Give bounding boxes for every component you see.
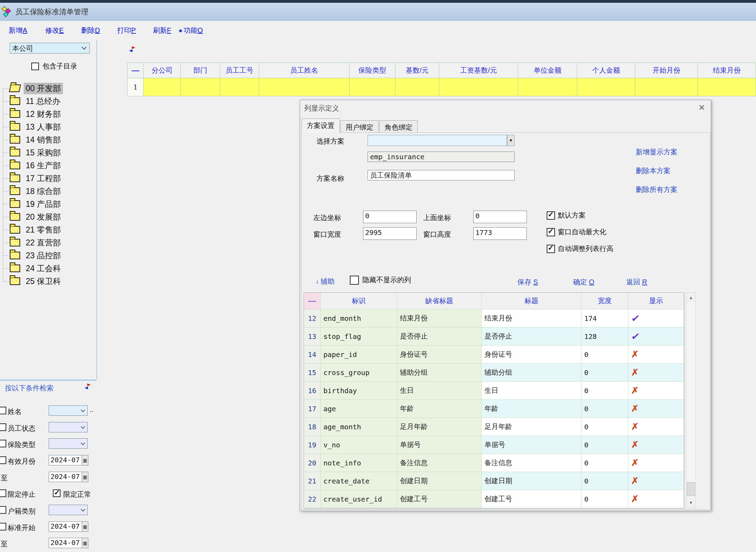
close-icon[interactable]: ✕ [698,103,705,113]
toolbar-button-P[interactable]: 打印P [117,26,136,35]
search-combo-6[interactable] [49,505,88,515]
column-identifier[interactable]: end_month [321,309,397,327]
search-checkbox-1[interactable] [0,423,6,431]
title[interactable]: 单据号 [482,436,581,454]
grid-column-header[interactable]: 基数/元 [395,63,439,78]
visible-flag[interactable]: ✓ [628,309,684,327]
column-identifier[interactable]: paper_id [321,346,397,364]
tree-item-14[interactable]: 14 销售部 [3,134,63,146]
sync-columns-icon[interactable] [129,46,136,52]
toolbar-button-A[interactable]: 新增A [9,26,27,35]
tree-item-17[interactable]: 17 工程部 [3,172,63,184]
include-subdir-checkbox[interactable] [31,63,39,70]
visible-flag[interactable]: ✗ [628,436,684,454]
column-def-row[interactable]: 21create_date创建日期创建日期0✗ [304,472,684,490]
tree-item-20[interactable]: 20 发展部 [3,211,63,223]
column-def-row[interactable]: 22create_user_id创建工号创建工号0✗ [304,490,684,508]
dialog-column-header[interactable]: 缺省标题 [397,293,482,309]
grid-cell-1[interactable] [144,78,181,96]
scrollbar-thumb[interactable] [687,482,695,496]
visible-flag[interactable]: ✗ [628,346,684,364]
grid-marker-header[interactable]: — [127,63,144,78]
row-number[interactable]: 17 [304,400,321,418]
visible-flag[interactable]: ✗ [628,472,684,490]
width[interactable]: 0 [581,418,628,436]
calendar-icon[interactable]: ▦ [82,538,88,548]
search-checkbox-2[interactable] [0,440,6,447]
default-title[interactable]: 足月年龄 [397,418,482,436]
default-title[interactable]: 结束月份 [397,309,482,327]
left-coord-input[interactable]: 0 [363,211,417,223]
scroll-up-icon[interactable]: ▲ [686,293,695,302]
column-identifier[interactable]: birthday [321,382,397,400]
grid-column-header[interactable]: 开始月份 [635,63,698,78]
column-identifier[interactable]: age_month [321,418,397,436]
search-date-3[interactable]: 2024-07 [49,455,82,465]
column-def-row[interactable]: 13stop_flag是否停止是否停止128✓ [304,327,684,346]
search-date-4[interactable]: 2024-07 [49,472,82,482]
grid-cell-7[interactable] [439,78,518,96]
toolbar-button-D[interactable]: 删除D [81,26,100,35]
grid-cell-5[interactable] [349,78,395,96]
tree-item-19[interactable]: 19 产品部 [3,198,63,210]
aux-menu[interactable]: ↓ 辅助 [316,277,335,286]
title[interactable]: 身份证号 [482,346,581,364]
grid-row-number[interactable]: 1 [127,78,144,96]
grid-column-header[interactable]: 员工姓名 [259,63,349,78]
visible-flag[interactable]: ✗ [628,490,684,508]
row-number[interactable]: 21 [304,472,321,490]
auto-maximize-checkbox[interactable] [547,228,555,236]
grid-column-header[interactable]: 结束月份 [698,63,756,78]
width[interactable]: 0 [581,454,628,472]
column-identifier[interactable]: cross_group [321,364,397,382]
dialog-column-header[interactable]: 宽度 [581,293,628,309]
grid-cell-2[interactable] [181,78,220,96]
grid-column-header[interactable]: 分公司 [144,63,181,78]
dialog-column-header[interactable]: 显示 [628,293,684,309]
grid-column-header[interactable]: 工资基数/元 [439,63,518,78]
row-number[interactable]: 16 [304,382,321,400]
title[interactable]: 生日 [482,382,581,400]
default-title[interactable]: 创建工号 [397,490,482,508]
grid-cell-6[interactable] [395,78,439,96]
visible-flag[interactable]: ✗ [628,400,684,418]
default-title[interactable]: 年龄 [397,400,482,418]
column-def-row[interactable]: 20note_info备注信息备注信息0✗ [304,454,684,472]
tree-item-00[interactable]: 00 开发部 [3,82,63,94]
default-title[interactable]: 备注信息 [397,454,482,472]
delete-this-scheme-link[interactable]: 删除本方案 [636,166,670,176]
scheme-name-field[interactable]: 员工保险清单 [368,170,515,180]
calendar-icon[interactable]: ▦ [82,455,88,465]
grid-cell-4[interactable] [259,78,349,96]
row-number[interactable]: 14 [304,346,321,364]
tree-item-23[interactable]: 23 品控部 [3,250,63,261]
visible-flag[interactable]: ✗ [628,364,684,382]
dialog-column-header[interactable]: 标题 [482,293,581,309]
row-number[interactable]: 19 [304,436,321,454]
scheme-select-dropdown-button[interactable]: ▼ [507,135,515,146]
grid-cell-8[interactable] [518,78,577,96]
search-sync-icon[interactable] [85,383,91,390]
default-title[interactable]: 单据号 [397,436,482,454]
title[interactable]: 年龄 [482,400,581,418]
column-def-row[interactable]: 19v_no单据号单据号0✗ [304,436,684,454]
search-date-7[interactable]: 2024-07 [49,521,82,532]
toolbar-button-O[interactable]: ◆功能O [179,26,203,35]
tree-item-11[interactable]: 11 总经办 [3,95,62,107]
ok-button[interactable]: 确定 O [573,277,594,287]
grid-column-header[interactable]: 员工工号 [220,63,259,78]
default-title[interactable]: 生日 [397,382,482,400]
scroll-down-icon[interactable]: ▼ [686,498,695,508]
width[interactable]: 0 [581,382,628,400]
dialog-column-header[interactable]: 标识 [321,293,397,309]
width[interactable]: 128 [581,327,628,346]
title[interactable]: 结束月份 [482,309,581,327]
search-combo-2[interactable] [49,438,88,449]
tree-item-15[interactable]: 15 采购部 [3,147,63,159]
column-identifier[interactable]: v_no [321,436,397,454]
tree-item-16[interactable]: 16 生产部 [3,160,63,171]
search-checkbox-6[interactable] [0,506,6,514]
column-identifier[interactable]: note_info [321,454,397,472]
default-scheme-checkbox[interactable] [547,211,555,220]
top-coord-input[interactable]: 0 [473,211,527,223]
